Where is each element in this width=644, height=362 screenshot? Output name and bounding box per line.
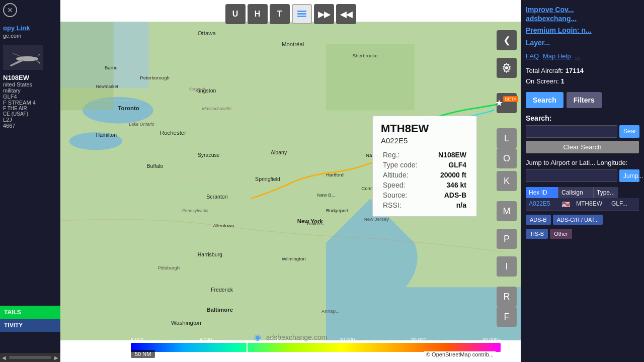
faq-link[interactable]: FAQ: [526, 52, 539, 60]
btn-I[interactable]: I: [497, 256, 517, 277]
table-row[interactable]: A022E5 🇺🇸 MTH8EW GLF...: [526, 198, 639, 211]
jump-label: Jump to Airport or Lati... Longitude:: [526, 158, 639, 167]
jump-input[interactable]: [526, 169, 617, 182]
btn-R[interactable]: R: [497, 287, 517, 307]
alt-label-30000: 30 000: [411, 337, 427, 343]
tab-activity[interactable]: TIVITY: [0, 319, 60, 332]
premium-login-link[interactable]: Premium Login: n...: [526, 25, 639, 36]
col-callsign-header[interactable]: Callsign: [558, 187, 594, 198]
svg-point-56: [505, 66, 508, 69]
svg-text:Barrie: Barrie: [105, 65, 118, 70]
nav-links: FAQ Map Help ...: [526, 52, 639, 60]
btn-settings[interactable]: [497, 58, 517, 78]
rssi-label: RSSI:: [381, 200, 436, 210]
svg-text:Frederick: Frederick: [211, 287, 233, 293]
svg-text:Yonkers: Yonkers: [306, 221, 324, 226]
copy-link[interactable]: opy Link: [3, 24, 57, 32]
type-value: GLF4: [436, 160, 468, 170]
svg-text:New B...: New B...: [317, 192, 336, 198]
improve-coverage-link[interactable]: Improve Cov...: [526, 5, 639, 14]
scroll-left[interactable]: ◀: [0, 354, 8, 361]
filter-adsb[interactable]: ADS-B: [526, 215, 551, 225]
btn-layers[interactable]: [292, 4, 312, 24]
filters-button[interactable]: Filters: [567, 92, 602, 108]
btn-back[interactable]: ❮: [497, 30, 517, 50]
svg-text:Newmarket: Newmarket: [96, 84, 118, 89]
bottom-tabs: TAILS TIVITY: [0, 306, 60, 332]
svg-text:Buffalo: Buffalo: [147, 163, 164, 169]
on-screen-stat: On Screen: 1: [526, 76, 639, 87]
btn-prev[interactable]: ◀◀: [336, 4, 356, 24]
map-scale: 50 NM: [131, 350, 155, 358]
svg-text:Harrisburg: Harrisburg: [198, 251, 222, 257]
filter-other[interactable]: Other: [550, 229, 572, 239]
map-attribution: © OpenStreetMap contrib...: [424, 351, 496, 358]
layer-link[interactable]: Layer...: [526, 38, 639, 48]
aircraft-icao: L2J: [3, 117, 57, 123]
sear-button[interactable]: Sear: [619, 125, 639, 138]
map-toolbar: U H T ▶▶ ◀◀: [225, 4, 356, 24]
action-buttons: Search Filters: [526, 92, 639, 108]
aircraft-image: [3, 45, 43, 70]
svg-text:Ottawa: Ottawa: [198, 30, 216, 36]
reg-label: Reg.:: [381, 150, 436, 160]
scroll-right[interactable]: ▶: [52, 354, 60, 361]
svg-text:Hamilton: Hamilton: [96, 132, 117, 138]
btn-next[interactable]: ▶▶: [314, 4, 334, 24]
map-watermark: ◉ adsbexchange.com: [254, 332, 327, 342]
tab-details[interactable]: TAILS: [0, 306, 60, 319]
cell-type: GLF...: [608, 198, 630, 210]
search-input[interactable]: [526, 125, 617, 138]
svg-text:Baltimore: Baltimore: [206, 307, 233, 313]
btn-K[interactable]: K: [497, 171, 517, 191]
svg-marker-1: [10, 59, 25, 66]
close-button[interactable]: ✕: [3, 3, 17, 17]
alt-label-20000: 20 000: [340, 337, 355, 343]
btn-F[interactable]: F: [497, 307, 517, 327]
btn-star[interactable]: ★ BETA: [497, 93, 517, 113]
watermark-text: adsbexchange.com: [266, 333, 327, 341]
svg-rect-53: [297, 11, 306, 12]
speed-label: Speed:: [381, 180, 436, 190]
alt-label-6000: 6 000: [131, 337, 143, 343]
rssi-value: n/a: [436, 200, 468, 210]
total-aircraft-stat: Total Aircraft: 17114: [526, 66, 639, 76]
total-aircraft-value: 17114: [566, 67, 584, 74]
jump-button[interactable]: Jump...: [619, 169, 639, 182]
svg-text:Massachusetts: Massachusetts: [202, 106, 232, 111]
svg-text:Vermont: Vermont: [189, 86, 205, 92]
aircraft-country: nited States: [3, 81, 57, 87]
scrollbar[interactable]: ◀ ▶: [0, 353, 60, 362]
btn-P[interactable]: P: [497, 229, 517, 249]
col-hexid-header[interactable]: Hex ID: [526, 187, 558, 198]
svg-text:Allentown: Allentown: [213, 223, 234, 228]
watermark-icon: ◉: [254, 333, 261, 341]
map-container[interactable]: Ottawa Montréal Sherbrooke Barrie Peterb…: [60, 0, 521, 362]
svg-rect-55: [297, 16, 306, 17]
source-label: Source:: [381, 190, 436, 200]
aircraft-reg: N108EW: [3, 74, 57, 81]
btn-L[interactable]: L: [497, 128, 517, 148]
popup-data-table: Reg.: N108EW Type code: GLF4 Altitude: 2…: [381, 150, 468, 210]
btn-M[interactable]: M: [497, 201, 517, 221]
col-type-header[interactable]: Type...: [594, 187, 618, 198]
svg-text:Annap...: Annap...: [321, 308, 340, 314]
clear-search-button[interactable]: Clear Search: [526, 141, 639, 153]
aircraft-ofair: F THE AIR: [3, 106, 57, 111]
domain-text: ge.com: [3, 33, 57, 39]
btn-t[interactable]: T: [270, 4, 290, 24]
search-main-button[interactable]: Search: [526, 92, 564, 108]
svg-text:Scranton: Scranton: [206, 194, 227, 200]
more-link[interactable]: ...: [575, 52, 581, 60]
map-help-link[interactable]: Map Help: [543, 52, 571, 60]
btn-h[interactable]: H: [248, 4, 268, 24]
svg-rect-54: [297, 13, 306, 15]
aircraft-alt-code: 4667: [3, 123, 57, 129]
filter-tisb[interactable]: TIS-B: [526, 229, 548, 239]
btn-O[interactable]: O: [497, 148, 517, 168]
cell-callsign: MTH8EW: [573, 198, 608, 210]
beta-badge: BETA: [503, 96, 519, 102]
btn-u[interactable]: U: [225, 4, 246, 24]
adsbexchange-link[interactable]: adsbexchang...: [526, 14, 639, 23]
filter-adsc[interactable]: ADS-C/R / UAT...: [553, 215, 603, 225]
